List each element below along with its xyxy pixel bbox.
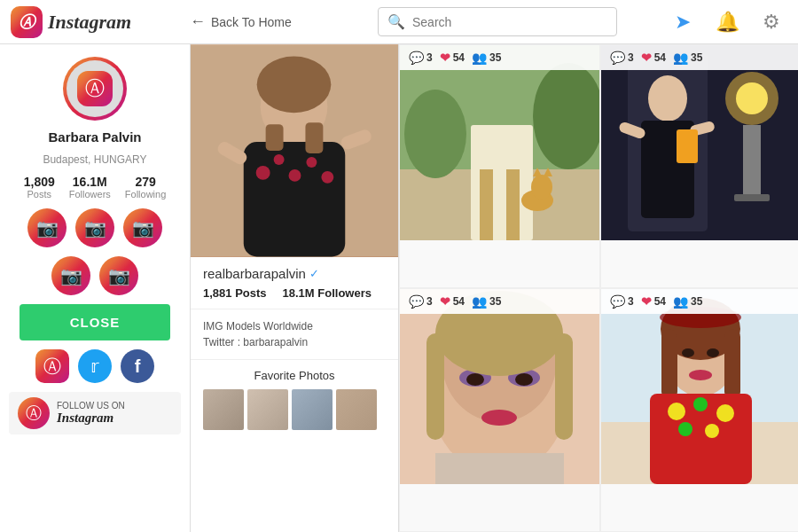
- favorite-photos-title: Favorite Photos: [203, 369, 386, 382]
- comment-stat-3: 💬 3: [409, 294, 433, 309]
- like-count-3: 54: [453, 295, 465, 308]
- svg-point-16: [404, 90, 466, 178]
- followers-count-1: 35: [489, 51, 501, 64]
- feed-photo-svg-1: [400, 45, 599, 240]
- bio-line-2: Twitter : barbarapalvin: [203, 334, 386, 350]
- like-stat-3: ❤ 54: [440, 294, 465, 309]
- svg-point-60: [682, 348, 694, 357]
- fav-thumb-3[interactable]: [292, 389, 332, 430]
- fav-thumb-4[interactable]: [336, 389, 377, 430]
- svg-point-3: [256, 166, 270, 180]
- feed-photo-3: [400, 289, 599, 484]
- svg-rect-46: [435, 453, 564, 484]
- comment-count-3: 3: [426, 295, 433, 308]
- comment-count-1: 3: [426, 51, 433, 64]
- camera-button-4[interactable]: 📷: [51, 256, 90, 295]
- profile-username: realbarbarapalvin ✓: [203, 266, 386, 281]
- comment-stat-2: 💬 3: [610, 51, 634, 65]
- fav-thumb-2[interactable]: [247, 389, 288, 430]
- avatar: Ⓐ: [66, 60, 123, 117]
- main-content: Ⓐ Barbara Palvin Budapest, HUNGARY 1,809…: [0, 44, 798, 532]
- location-icon-button[interactable]: ➤: [667, 6, 699, 38]
- feed-item-3[interactable]: 💬 3 ❤ 54 👥 35: [399, 288, 600, 532]
- svg-point-56: [693, 397, 708, 411]
- feed-item-1[interactable]: 💬 3 ❤ 54 👥 35: [399, 44, 600, 288]
- instagram-social-icon[interactable]: Ⓐ: [35, 349, 69, 383]
- settings-button[interactable]: ⚙: [755, 6, 787, 38]
- notifications-button[interactable]: 🔔: [711, 6, 743, 38]
- facebook-social-icon[interactable]: f: [121, 349, 154, 383]
- followers-stat-1: 👥 35: [472, 51, 501, 65]
- svg-rect-33: [743, 125, 761, 196]
- instagram-script-label: Instagram: [57, 411, 125, 426]
- stat-following: 279 Following: [125, 175, 166, 200]
- search-input[interactable]: [412, 15, 607, 29]
- feed-photo-1: [400, 45, 599, 240]
- followers-num: 18.1M Followers: [283, 286, 372, 300]
- camera-icons-row-1: 📷 📷 📷: [27, 208, 162, 247]
- search-bar[interactable]: 🔍: [378, 7, 617, 36]
- camera-button-5[interactable]: 📷: [99, 256, 138, 295]
- twitter-social-icon[interactable]: 𝕣: [78, 349, 112, 383]
- svg-point-55: [668, 403, 685, 420]
- comment-stat-4: 💬 3: [610, 294, 634, 309]
- camera-button-1[interactable]: 📷: [27, 208, 66, 247]
- stat-posts: 1,809 Posts: [24, 175, 55, 200]
- profile-main-photo: [191, 44, 398, 257]
- svg-point-4: [274, 154, 285, 165]
- like-count-1: 54: [453, 51, 465, 64]
- comment-icon-2: 💬: [610, 51, 625, 65]
- svg-point-57: [716, 404, 734, 422]
- feed-photo-2: [601, 45, 798, 240]
- feed-item-2[interactable]: 💬 3 ❤ 54 👥 35: [600, 44, 798, 288]
- user-stats: 1,809 Posts 16.1M Followers 279 Followin…: [24, 175, 167, 200]
- comment-icon-1: 💬: [409, 51, 424, 65]
- user-location: Budapest, HUNGARY: [43, 153, 146, 166]
- bio-line-1: IMG Models Worldwide: [203, 318, 386, 334]
- profile-bio: IMG Models Worldwide Twitter : barbarapa…: [191, 309, 398, 360]
- followers-stat-2: 👥 35: [673, 51, 702, 65]
- svg-rect-30: [677, 129, 698, 163]
- svg-point-61: [707, 348, 719, 357]
- svg-point-32: [736, 82, 768, 114]
- followers-count-2: 35: [691, 51, 702, 64]
- camera-button-2[interactable]: 📷: [75, 208, 114, 247]
- comment-stat-1: 💬 3: [409, 51, 433, 65]
- follow-ig-icon: Ⓐ: [18, 397, 50, 429]
- avatar-ring: Ⓐ: [63, 57, 127, 121]
- followers-label: Followers: [69, 189, 111, 200]
- people-icon-1: 👥: [472, 51, 487, 65]
- like-count-2: 54: [654, 51, 666, 64]
- profile-followers-count: 18.1M Followers: [283, 286, 372, 300]
- header-icons: ➤ 🔔 ⚙: [667, 6, 787, 38]
- close-button[interactable]: CLOSE: [20, 304, 170, 340]
- heart-icon-4: ❤: [641, 294, 652, 309]
- profile-info: realbarbarapalvin ✓ 1,881 Posts 18.1M Fo…: [191, 257, 398, 309]
- people-icon-4: 👥: [673, 294, 688, 309]
- back-arrow-icon: ←: [190, 12, 206, 31]
- logo-icon: Ⓐ: [11, 6, 43, 38]
- logo: Ⓐ Instagram: [11, 6, 179, 38]
- back-button[interactable]: ← Back To Home: [190, 12, 367, 31]
- follow-banner: Ⓐ FOLLOW US ON Instagram: [9, 392, 181, 434]
- username-text: realbarbarapalvin: [203, 266, 306, 281]
- svg-rect-19: [506, 169, 520, 240]
- svg-rect-51: [661, 329, 677, 400]
- feed-item-4[interactable]: 💬 3 ❤ 54 👥 35: [600, 288, 798, 532]
- feed-photo-svg-4: [601, 289, 798, 484]
- feed-stats-2: 💬 3 ❤ 54 👥 35: [601, 45, 798, 70]
- social-icons: Ⓐ 𝕣 f: [35, 349, 154, 383]
- posts-label: Posts: [24, 189, 55, 200]
- header: Ⓐ Instagram ← Back To Home 🔍 ➤ 🔔 ⚙: [0, 0, 798, 44]
- feed-stats-1: 💬 3 ❤ 54 👥 35: [400, 45, 599, 70]
- fav-thumb-1[interactable]: [203, 389, 244, 430]
- search-icon: 🔍: [387, 13, 405, 30]
- svg-rect-2: [244, 142, 346, 256]
- logo-text: Instagram: [48, 11, 131, 34]
- camera-button-3[interactable]: 📷: [123, 208, 162, 247]
- feed-photo-4: [601, 289, 798, 484]
- svg-rect-44: [555, 333, 573, 440]
- svg-rect-43: [426, 333, 444, 440]
- avatar-ig-icon: Ⓐ: [77, 71, 113, 106]
- heart-icon-2: ❤: [641, 51, 652, 65]
